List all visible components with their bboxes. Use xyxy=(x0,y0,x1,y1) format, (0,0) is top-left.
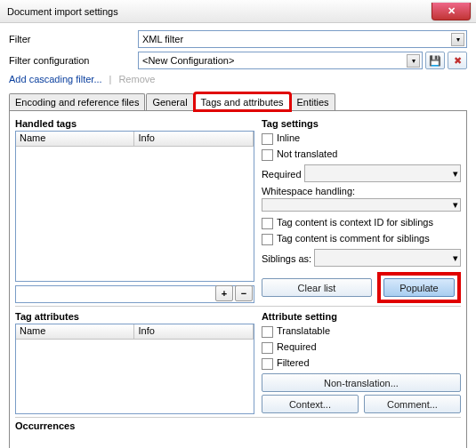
translatable-checkbox[interactable] xyxy=(262,326,273,338)
filtered-checkbox[interactable] xyxy=(262,358,273,370)
tag-attributes-list[interactable]: Name Info xyxy=(15,324,254,414)
filtered-label: Filtered xyxy=(277,357,310,368)
tag-attributes-section: Tag attributes Name Info xyxy=(15,309,254,414)
context-button[interactable]: Context... xyxy=(262,395,359,413)
add-tag-button[interactable]: + xyxy=(215,285,233,301)
attribute-settings-title: Attribute setting xyxy=(262,311,461,322)
list-header: Name Info xyxy=(16,324,254,340)
tab-label: Entities xyxy=(297,97,329,108)
save-config-button[interactable]: 💾 xyxy=(425,52,445,69)
siblings-as-label: Siblings as: xyxy=(262,253,311,264)
list-body xyxy=(16,147,254,281)
chevron-down-icon: ▾ xyxy=(451,33,464,46)
chevron-down-icon: ▾ xyxy=(453,168,458,180)
attribute-settings-section: Attribute setting Translatable Required … xyxy=(258,309,461,414)
non-translation-button[interactable]: Non-translation... xyxy=(262,373,461,392)
add-cascading-filter-link[interactable]: Add cascading filter... xyxy=(9,74,102,84)
titlebar: Document import settings ✕ xyxy=(0,0,476,23)
handled-tags-title: Handled tags xyxy=(15,118,254,129)
tag-settings-title: Tag settings xyxy=(262,118,461,129)
clear-list-button[interactable]: Clear list xyxy=(262,278,372,297)
tab-tags-and-attributes[interactable]: Tags and attributes xyxy=(195,93,290,110)
chevron-down-icon: ▾ xyxy=(453,199,458,211)
comment-checkbox[interactable] xyxy=(262,234,273,245)
attr-required-checkbox[interactable] xyxy=(262,342,273,354)
list-header: Name Info xyxy=(16,132,254,147)
required-label: Required xyxy=(262,169,302,180)
tab-entities[interactable]: Entities xyxy=(291,93,335,110)
delete-config-button[interactable]: ✖ xyxy=(448,52,467,69)
comment-button[interactable]: Comment... xyxy=(364,395,461,413)
col-info: Info xyxy=(134,132,253,146)
content-area: Filter XML filter ▾ Filter configuration… xyxy=(0,23,476,448)
required-combo[interactable]: ▾ xyxy=(304,164,461,182)
chevron-down-icon: ▾ xyxy=(453,252,458,264)
filter-config-row: Filter configuration <New Configuration>… xyxy=(9,52,467,69)
plus-icon: + xyxy=(222,288,227,299)
not-translated-label: Not translated xyxy=(277,148,337,159)
divider xyxy=(15,306,461,307)
populate-button[interactable]: Populate xyxy=(383,278,455,297)
save-icon: 💾 xyxy=(429,55,441,67)
remove-tag-button[interactable]: − xyxy=(235,285,253,301)
close-icon: ✕ xyxy=(448,5,456,17)
filter-row: Filter XML filter ▾ xyxy=(9,30,467,48)
whitespace-label: Whitespace handling: xyxy=(262,186,461,196)
handled-tags-list[interactable]: Name Info xyxy=(15,131,254,282)
col-name: Name xyxy=(16,324,134,339)
tab-panel: Handled tags Name Info + − Tag settings … xyxy=(9,111,467,448)
comment-label: Tag content is comment for siblings xyxy=(277,233,430,244)
minus-icon: − xyxy=(241,288,246,299)
window-title: Document import settings xyxy=(7,6,118,17)
inline-checkbox[interactable] xyxy=(262,133,273,145)
tab-general[interactable]: General xyxy=(146,93,193,110)
tab-bar: Encoding and reference files General Tag… xyxy=(9,92,467,111)
tab-label: General xyxy=(152,97,187,108)
translatable-label: Translatable xyxy=(277,325,330,336)
filter-label: Filter xyxy=(9,34,138,44)
tag-attributes-title: Tag attributes xyxy=(15,311,254,322)
col-name: Name xyxy=(16,132,134,146)
separator: | xyxy=(109,74,112,84)
tag-add-remove: + − xyxy=(15,285,254,301)
divider xyxy=(15,417,461,418)
list-body xyxy=(16,340,254,413)
tag-settings-section: Tag settings Inline Not translated Requi… xyxy=(258,116,461,303)
handled-tags-section: Handled tags Name Info + − xyxy=(15,116,254,303)
remove-filter-link: Remove xyxy=(118,74,155,84)
filter-combo[interactable]: XML filter ▾ xyxy=(138,30,467,48)
col-info: Info xyxy=(134,324,253,339)
filter-value: XML filter xyxy=(142,34,183,44)
chevron-down-icon: ▾ xyxy=(407,54,420,68)
filter-links-row: Add cascading filter... | Remove xyxy=(9,74,467,84)
inline-label: Inline xyxy=(277,132,300,143)
whitespace-combo[interactable]: ▾ xyxy=(262,198,461,212)
populate-highlight: Populate xyxy=(377,272,461,303)
occurrences-title: Occurrences xyxy=(15,420,461,431)
close-button[interactable]: ✕ xyxy=(432,3,471,20)
siblings-as-combo[interactable]: ▾ xyxy=(314,249,461,267)
context-id-label: Tag content is context ID for siblings xyxy=(277,217,433,228)
tab-label: Encoding and reference files xyxy=(15,97,139,108)
tab-encoding[interactable]: Encoding and reference files xyxy=(9,93,145,110)
filter-config-combo[interactable]: <New Configuration> ▾ xyxy=(138,52,423,69)
tab-label: Tags and attributes xyxy=(201,97,284,108)
filter-config-value: <New Configuration> xyxy=(142,55,234,66)
not-translated-checkbox[interactable] xyxy=(262,149,273,161)
context-id-checkbox[interactable] xyxy=(262,218,273,229)
filter-config-label: Filter configuration xyxy=(9,55,138,66)
delete-icon: ✖ xyxy=(454,55,462,67)
attr-required-label: Required xyxy=(277,341,317,352)
